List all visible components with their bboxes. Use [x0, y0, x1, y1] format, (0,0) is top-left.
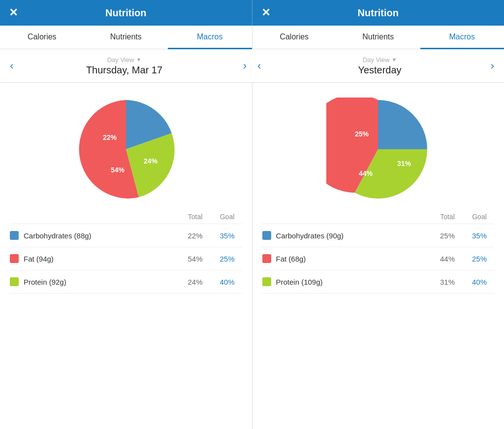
left-carbs-label: 22% [103, 133, 117, 141]
right-day-view-label[interactable]: Day View ▼ [363, 56, 397, 64]
right-legend-headers: Total Goal [262, 211, 495, 224]
left-protein-label-text: Protein (92g) [24, 278, 178, 286]
left-fat-label: 54% [111, 166, 125, 174]
left-panel-next-arrow[interactable]: › [238, 56, 252, 76]
right-total-header: Total [430, 213, 465, 221]
left-protein-swatch [10, 277, 19, 286]
left-legend-headers: Total Goal [10, 211, 242, 224]
right-date-center: Day View ▼ Yesterday [274, 56, 485, 76]
left-fat-swatch [10, 254, 19, 263]
left-carbs-goal: 35% [213, 231, 242, 240]
right-header-panel: ✕ Nutrition [252, 7, 504, 19]
left-legend-carbs: Carbohydrates (88g) 22% 35% [10, 224, 242, 247]
left-chart-container: 22% 24% 54% [0, 83, 252, 211]
right-panel-prev-arrow[interactable]: ‹ [252, 56, 266, 76]
right-carbs-label: 25% [355, 130, 369, 138]
left-legend-fat: Fat (94g) 54% 25% [10, 247, 242, 270]
header-bar: ✕ Nutrition ✕ Nutrition [0, 0, 504, 26]
left-carbs-swatch [10, 231, 19, 240]
right-fat-goal: 25% [465, 255, 494, 263]
left-date-text: Thursday, Mar 17 [86, 65, 162, 76]
left-tab-calories[interactable]: Calories [0, 26, 84, 49]
right-protein-total: 31% [430, 278, 465, 286]
left-total-header: Total [178, 213, 213, 221]
left-legend-protein: Protein (92g) 24% 40% [10, 270, 242, 294]
right-protein-goal: 40% [465, 278, 494, 286]
right-carbs-swatch [262, 231, 271, 240]
right-tab-calories[interactable]: Calories [252, 26, 337, 49]
right-carbs-label-text: Carbohydrates (90g) [276, 231, 431, 240]
left-carbs-label-text: Carbohydrates (88g) [24, 231, 178, 240]
right-header-title: Nutrition [358, 7, 399, 19]
left-protein-goal: 40% [213, 278, 242, 286]
right-chart-container: 25% 31% 44% [252, 83, 504, 211]
left-pie-chart: 22% 24% 54% [74, 98, 178, 201]
right-fat-total: 44% [430, 255, 465, 263]
left-day-view-chevron-icon: ▼ [136, 57, 141, 63]
left-carbs-total: 22% [178, 231, 213, 240]
right-legend-carbs: Carbohydrates (90g) 25% 35% [262, 224, 495, 247]
left-fat-goal: 25% [213, 255, 242, 263]
left-tab-panel: Calories Nutrients Macros [0, 26, 252, 49]
right-tab-macros[interactable]: Macros [420, 26, 504, 49]
left-header-title: Nutrition [105, 7, 146, 19]
right-tab-panel: Calories Nutrients Macros [252, 26, 504, 49]
right-protein-swatch [262, 277, 271, 286]
left-protein-label: 24% [144, 157, 158, 165]
content-area: 22% 24% 54% Total Goal Carbohydrates (88… [0, 83, 504, 429]
left-close-button[interactable]: ✕ [9, 6, 18, 19]
right-legend-fat: Fat (68g) 44% 25% [262, 247, 495, 270]
tabs-bar: Calories Nutrients Macros Calories Nutri… [0, 26, 504, 49]
right-protein-label-text: Protein (109g) [276, 278, 431, 286]
right-date-panel: Day View ▼ Yesterday › [269, 49, 504, 82]
left-tab-nutrients[interactable]: Nutrients [84, 26, 168, 49]
left-protein-total: 24% [178, 278, 213, 286]
right-date-text: Yesterday [358, 65, 401, 76]
left-day-view-label[interactable]: Day View ▼ [107, 56, 142, 64]
right-goal-header: Goal [465, 213, 494, 221]
left-prev-arrow[interactable]: ‹ [5, 56, 18, 76]
right-carbs-goal: 35% [465, 231, 494, 240]
left-goal-header: Goal [213, 213, 242, 221]
right-legend-table: Total Goal Carbohydrates (90g) 25% 35% F… [252, 211, 504, 294]
right-day-view-chevron-icon: ▼ [391, 57, 397, 63]
right-pie-chart: 25% 31% 44% [326, 98, 430, 201]
right-legend-protein: Protein (109g) 31% 40% [262, 270, 495, 294]
left-tab-macros[interactable]: Macros [168, 26, 252, 49]
left-legend-table: Total Goal Carbohydrates (88g) 22% 35% F… [0, 211, 252, 294]
right-protein-label: 31% [397, 160, 411, 167]
right-carbs-total: 25% [430, 231, 465, 240]
left-header-panel: ✕ Nutrition [0, 7, 252, 19]
right-fat-label: 44% [359, 169, 373, 177]
right-fat-swatch [262, 254, 271, 263]
right-pie-carbs [378, 100, 427, 149]
left-date-panel: ‹ Day View ▼ Thursday, Mar 17 [0, 49, 235, 82]
right-content-panel: 25% 31% 44% Total Goal Carbohydrates (90… [252, 83, 504, 429]
left-fat-total: 54% [178, 255, 213, 263]
left-fat-label-text: Fat (94g) [24, 255, 178, 263]
left-content-panel: 22% 24% 54% Total Goal Carbohydrates (88… [0, 83, 252, 429]
right-fat-label-text: Fat (68g) [276, 255, 431, 263]
right-tab-nutrients[interactable]: Nutrients [336, 26, 420, 49]
left-date-center: Day View ▼ Thursday, Mar 17 [18, 56, 230, 76]
right-close-button[interactable]: ✕ [261, 6, 270, 19]
date-nav-bar: ‹ Day View ▼ Thursday, Mar 17 › ‹ Day Vi… [0, 49, 504, 83]
right-next-arrow[interactable]: › [486, 56, 499, 76]
mid-nav-arrows: › ‹ [235, 49, 269, 82]
